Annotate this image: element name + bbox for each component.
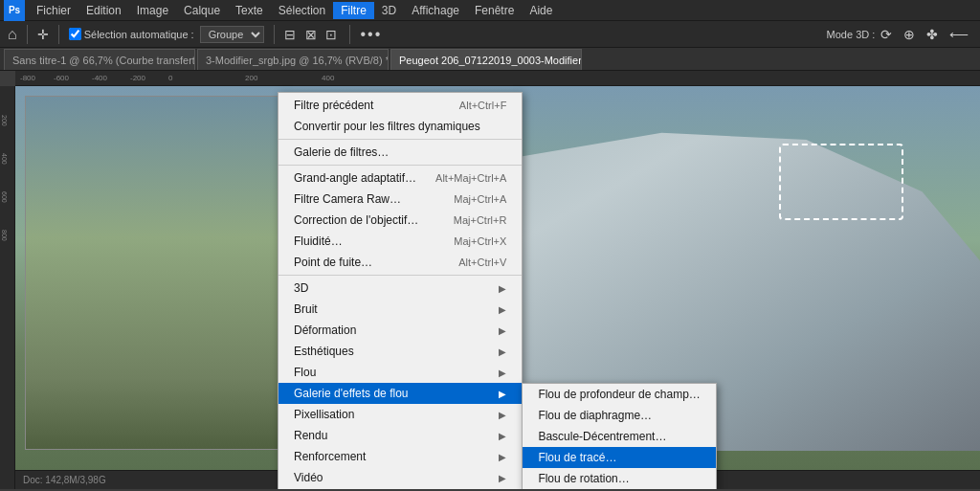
menu-convertir-filtres[interactable]: Convertir pour les filtres dynamiques bbox=[278, 116, 522, 137]
auto-select-label: Sélection automatique : bbox=[84, 29, 194, 40]
statusbar-text: Doc: 142,8M/3,98G bbox=[23, 475, 106, 485]
menu-divers[interactable]: Divers ▶ bbox=[278, 488, 522, 489]
tab-2-label: 3-Modifier_srgb.jpg @ 16,7% (RVB/8) * bbox=[206, 55, 389, 66]
ruler-left-tick: 200 bbox=[1, 115, 8, 126]
ruler-tick-neg600: -600 bbox=[54, 74, 69, 82]
menu-3d[interactable]: 3D ▶ bbox=[278, 278, 522, 299]
separator4 bbox=[349, 25, 350, 44]
tab-1[interactable]: Sans titre-1 @ 66,7% (Courbe transfert d… bbox=[4, 49, 195, 70]
tool-options-bar: ⌂ ✛ Sélection automatique : Groupe ⊟ ⊠ ⊡… bbox=[0, 21, 980, 48]
menu-filtre-precedent[interactable]: Filtre précédent Alt+Ctrl+F bbox=[278, 95, 522, 116]
tab-1-label: Sans titre-1 @ 66,7% (Courbe transfert d… bbox=[12, 55, 195, 66]
menu-affichage[interactable]: Affichage bbox=[404, 2, 467, 19]
ruler-tick-neg400: -400 bbox=[92, 74, 107, 82]
separator2 bbox=[58, 25, 59, 44]
menu-selection[interactable]: Sélection bbox=[271, 2, 333, 19]
arrow-esthetiques: ▶ bbox=[499, 346, 506, 357]
menu-fichier[interactable]: Fichier bbox=[29, 2, 78, 19]
move-icon[interactable]: ✛ bbox=[37, 27, 49, 42]
filtre-section-1: Filtre précédent Alt+Ctrl+F Convertir po… bbox=[278, 93, 522, 140]
ruler-left-tick3: 600 bbox=[1, 191, 8, 203]
tab-3[interactable]: Peugeot 206_07122019_0003-Modifier.psb @… bbox=[390, 49, 582, 70]
ruler-tick-neg200: -200 bbox=[130, 74, 145, 82]
toolbar-icons-right: ⟳ ⊕ ✤ ⟵ bbox=[880, 27, 972, 42]
mode3d-label: Mode 3D : bbox=[827, 29, 876, 40]
filtre-section-4: 3D ▶ Bruit ▶ Déformation ▶ Esthétiques ▶… bbox=[278, 276, 522, 489]
arrow-flou: ▶ bbox=[499, 368, 506, 378]
filtre-section-2: Galerie de filtres… bbox=[278, 140, 522, 166]
menu-rendu[interactable]: Rendu ▶ bbox=[278, 425, 522, 446]
ruler-left: 200 400 600 800 bbox=[0, 86, 15, 489]
separator3 bbox=[274, 25, 275, 44]
menu-texte[interactable]: Texte bbox=[228, 2, 271, 19]
menu-calque[interactable]: Calque bbox=[176, 2, 228, 19]
submenu-flou-profondeur[interactable]: Flou de profondeur de champ… bbox=[523, 384, 715, 405]
menu-point-fuite[interactable]: Point de fuite… Alt+Ctrl+V bbox=[278, 252, 522, 273]
menu-galerie-filtres[interactable]: Galerie de filtres… bbox=[278, 142, 522, 163]
menu-flou[interactable]: Flou ▶ bbox=[278, 362, 522, 383]
arrow-renforcement: ▶ bbox=[499, 452, 506, 462]
menu-galerie-effets-container: Galerie d'effets de flou ▶ Flou de profo… bbox=[278, 383, 522, 404]
arrow-video: ▶ bbox=[499, 473, 506, 483]
group-select[interactable]: Groupe bbox=[200, 26, 264, 43]
arrow-pixellisation: ▶ bbox=[499, 410, 506, 420]
arrow-galerie-effets: ▶ bbox=[499, 389, 506, 399]
menu-fenetre[interactable]: Fenêtre bbox=[467, 2, 522, 19]
ruler-tick-neg800: -800 bbox=[20, 74, 35, 82]
menu-camera-raw[interactable]: Filtre Camera Raw… Maj+Ctrl+A bbox=[278, 189, 522, 210]
menu-renforcement[interactable]: Renforcement ▶ bbox=[278, 446, 522, 467]
arrow-bruit: ▶ bbox=[499, 304, 506, 315]
ruler-top: -800 -600 -400 -200 0 200 400 bbox=[15, 71, 980, 86]
filtre-dropdown: Filtre précédent Alt+Ctrl+F Convertir po… bbox=[278, 92, 523, 489]
menu-esthetiques[interactable]: Esthétiques ▶ bbox=[278, 341, 522, 362]
menu-bruit[interactable]: Bruit ▶ bbox=[278, 299, 522, 320]
filtre-menu-popup: Filtre précédent Alt+Ctrl+F Convertir po… bbox=[278, 92, 523, 489]
more-options[interactable]: ••• bbox=[360, 26, 382, 43]
menu-filtre[interactable]: Filtre bbox=[333, 2, 374, 19]
arrow-3d: ▶ bbox=[499, 283, 506, 294]
menu-3d[interactable]: 3D bbox=[374, 2, 404, 19]
menu-deformation[interactable]: Déformation ▶ bbox=[278, 320, 522, 341]
auto-select-check[interactable]: Sélection automatique : bbox=[69, 28, 194, 40]
menu-fluidite[interactable]: Fluidité… Maj+Ctrl+X bbox=[278, 231, 522, 252]
menu-pixellisation[interactable]: Pixellisation ▶ bbox=[278, 404, 522, 425]
arrow-rendu: ▶ bbox=[499, 431, 506, 441]
tab-2[interactable]: 3-Modifier_srgb.jpg @ 16,7% (RVB/8) * ✕ bbox=[197, 49, 389, 70]
ruler-tick-400: 400 bbox=[322, 74, 334, 82]
ruler-tick-200: 200 bbox=[245, 74, 257, 82]
tab-3-label: Peugeot 206_07122019_0003-Modifier.psb @… bbox=[399, 55, 582, 66]
submenu-bascule-decentrement[interactable]: Bascule-Décentrement… bbox=[523, 426, 715, 447]
menu-correction-objectif[interactable]: Correction de l'objectif… Maj+Ctrl+R bbox=[278, 210, 522, 231]
menu-edition[interactable]: Edition bbox=[78, 2, 129, 19]
submenu-flou-diaphragme[interactable]: Flou de diaphragme… bbox=[523, 405, 715, 426]
arrow-deformation: ▶ bbox=[499, 325, 506, 336]
menubar: Ps Fichier Edition Image Calque Texte Sé… bbox=[0, 0, 980, 21]
auto-select-checkbox[interactable] bbox=[69, 28, 81, 40]
filtre-section-3: Grand-angle adaptatif… Alt+Maj+Ctrl+A Fi… bbox=[278, 166, 522, 276]
ruler-left-tick2: 400 bbox=[1, 153, 8, 165]
menu-grand-angle[interactable]: Grand-angle adaptatif… Alt+Maj+Ctrl+A bbox=[278, 167, 522, 189]
ruler-left-tick4: 800 bbox=[1, 230, 8, 241]
menu-image[interactable]: Image bbox=[129, 2, 176, 19]
menu-video[interactable]: Vidéo ▶ bbox=[278, 467, 522, 488]
galerie-effets-submenu: Flou de profondeur de champ… Flou de dia… bbox=[522, 383, 716, 489]
selection-marquee bbox=[779, 144, 903, 220]
submenu-flou-rotation[interactable]: Flou de rotation… bbox=[523, 468, 715, 489]
ruler-tick-0: 0 bbox=[168, 74, 172, 82]
workspace: -800 -600 -400 -200 0 200 400 200 400 60… bbox=[0, 71, 980, 489]
app-icon: Ps bbox=[4, 0, 25, 21]
menu-aide[interactable]: Aide bbox=[522, 2, 560, 19]
align-icons: ⊟ ⊠ ⊡ bbox=[284, 27, 341, 42]
submenu-flou-trace[interactable]: Flou de tracé… bbox=[523, 447, 715, 468]
home-icon[interactable]: ⌂ bbox=[8, 26, 17, 43]
separator bbox=[27, 25, 28, 44]
menu-galerie-effets-flou[interactable]: Galerie d'effets de flou ▶ bbox=[278, 383, 522, 404]
tab-bar: Sans titre-1 @ 66,7% (Courbe transfert d… bbox=[0, 48, 980, 71]
